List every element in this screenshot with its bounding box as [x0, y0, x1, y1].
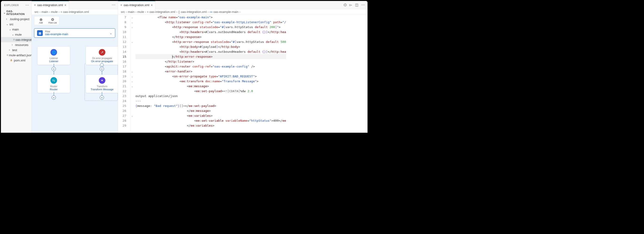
- explorer-more-icon[interactable]: ⋯: [25, 4, 29, 6]
- breadcrumb-item[interactable]: oas-example-main: [213, 10, 238, 13]
- code-line[interactable]: </http:response>: [136, 34, 286, 39]
- node-router[interactable]: ⇆ Router Router: [37, 75, 70, 93]
- fold-toggle[interactable]: ⌄: [131, 25, 134, 29]
- json-icon: ≡: [6, 53, 8, 57]
- breadcrumb-item[interactable]: src: [121, 10, 125, 13]
- node-on-error[interactable]: ↗ On error propagate On error propagate: [86, 46, 118, 65]
- code-content[interactable]: <flow name="oas-example-main"> <http:lis…: [134, 15, 286, 133]
- breadcrumb[interactable]: src› main› mule› ≡ oas-integration.xml: [32, 9, 118, 15]
- breadcrumb-item[interactable]: src: [34, 10, 38, 13]
- flow-canvas[interactable]: ⊕ Add ⚙ Flow List ▦ Flow oas-example-mai…: [32, 15, 118, 133]
- code-line[interactable]: ---: [136, 98, 286, 103]
- tree-file[interactable]: ≡oas-integration.xml: [1, 37, 32, 42]
- explorer-title: EXPLORER: [4, 4, 19, 6]
- tab-label: oas-integration.xml: [124, 3, 150, 7]
- canvas-toolbar: ⊕ Add ⚙ Flow List: [34, 16, 60, 25]
- fold-toggle: [131, 98, 134, 103]
- breadcrumb-item[interactable]: oas-integration.xml: [63, 10, 89, 13]
- tree-folder[interactable]: ›test: [1, 47, 32, 52]
- run-icon[interactable]: ▻: [350, 3, 352, 7]
- add-node-button[interactable]: +: [100, 95, 104, 100]
- code-line[interactable]: <http:error-response statusCode="#[vars.…: [136, 39, 286, 44]
- error-icon: ↗: [99, 49, 106, 56]
- fold-toggle[interactable]: ⌄: [131, 84, 134, 89]
- fold-toggle[interactable]: ⌄: [131, 39, 134, 44]
- node-listener[interactable]: 🌐 Listener Listener: [37, 46, 70, 65]
- file-icon: ≡: [60, 10, 62, 13]
- code-line[interactable]: <http:listener config-ref="oas-example-h…: [136, 20, 286, 25]
- project-root[interactable]: ⌄ OAS-INTEGRATION: [1, 9, 32, 16]
- tree-folder[interactable]: ⌄main: [1, 27, 32, 32]
- code-line[interactable]: <on-error-propagate type="APIKIT:BAD_REQ…: [136, 74, 286, 79]
- tab-oas-integration[interactable]: ≡ oas-integration.xml ×: [118, 1, 155, 9]
- hierarchy-icon[interactable]: ⌬: [344, 3, 347, 7]
- app-frame: EXPLORER ⋯ ⌄ OAS-INTEGRATION ›.tooling-p…: [1, 1, 368, 133]
- close-icon[interactable]: ×: [151, 3, 152, 7]
- breadcrumb-item[interactable]: main: [128, 10, 134, 13]
- fold-toggle: [131, 118, 134, 123]
- tab-oas-integration[interactable]: ≡ oas-integration.xml ×: [32, 1, 69, 9]
- add-node-button[interactable]: +: [100, 67, 104, 71]
- flow-list-button[interactable]: ⚙ Flow List: [48, 17, 58, 24]
- code-line[interactable]: </http:error-response>: [136, 54, 286, 59]
- xml-icon: ⋔: [10, 59, 13, 62]
- tree-file[interactable]: ≡mule-artifact.json: [1, 52, 32, 58]
- fold-toggle[interactable]: ⌄: [131, 79, 134, 84]
- expand-button[interactable]: ⌄: [100, 63, 104, 67]
- code-line[interactable]: <ee:set-payload><![CDATA[%dw 2.0: [136, 89, 286, 94]
- fold-toggle[interactable]: ⌄: [131, 20, 134, 25]
- close-icon[interactable]: ×: [64, 3, 66, 7]
- split-editor-icon[interactable]: ◫: [355, 3, 358, 7]
- code-line[interactable]: </http:listener>: [136, 59, 286, 64]
- tree-folder[interactable]: ›.tooling-project: [1, 16, 32, 21]
- file-icon: ≡: [147, 10, 148, 13]
- tree-file[interactable]: ⋔pom.xml: [1, 58, 32, 63]
- breadcrumb-item[interactable]: mule: [137, 10, 144, 13]
- breadcrumb[interactable]: src› main› mule› ≡ oas-integration.xml› …: [118, 9, 367, 15]
- add-node-button[interactable]: +: [52, 95, 56, 100]
- code-line[interactable]: <flow name="oas-example-main">: [136, 15, 286, 20]
- breadcrumb-item[interactable]: mule: [51, 10, 58, 13]
- file-icon: ≡: [120, 3, 122, 7]
- code-line[interactable]: <http:headers>#[vars.outboundHeaders def…: [136, 49, 286, 54]
- code-line[interactable]: <ee:set-variable variableName="httpStatu…: [136, 118, 286, 123]
- code-line[interactable]: <http:body>#[payload]</http:body>: [136, 44, 286, 49]
- breadcrumb-item[interactable]: oas-integration.xml: [150, 10, 175, 13]
- code-line[interactable]: <apikit:router config-ref="oas-example-c…: [136, 64, 286, 69]
- add-button[interactable]: ⊕ Add: [36, 17, 46, 24]
- code-line[interactable]: <http:headers>#[vars.outboundHeaders def…: [136, 29, 286, 34]
- code-line[interactable]: <ee:message>: [136, 84, 286, 89]
- code-line[interactable]: {message: "Bad request"}]]></ee:set-payl…: [136, 103, 286, 108]
- code-line[interactable]: <error-handler>: [136, 69, 286, 74]
- code-line[interactable]: <ee:transform doc:name="Transform Messag…: [136, 79, 286, 84]
- add-node-button[interactable]: +: [52, 67, 56, 71]
- tree-folder[interactable]: ›resources: [1, 42, 32, 47]
- breadcrumb-item[interactable]: main: [42, 10, 48, 13]
- fold-toggle: [131, 44, 134, 49]
- fold-toggle[interactable]: ⌄: [131, 69, 134, 74]
- code-line[interactable]: </ee:message>: [136, 108, 286, 113]
- fold-toggle[interactable]: ⌄: [131, 15, 134, 20]
- tree-label: src: [10, 22, 14, 26]
- breadcrumb-item[interactable]: oas-integration.xml: [181, 10, 207, 13]
- node-transform[interactable]: ✦ Transform Transform Message: [86, 75, 118, 93]
- code-line[interactable]: <http:response statusCode="#[vars.httpSt…: [136, 25, 286, 29]
- editor-group-code: ≡ oas-integration.xml × ⌬ ▻ ◫ ⋯ src› mai…: [118, 1, 368, 133]
- code-line[interactable]: </ee:variables>: [136, 123, 286, 128]
- code-editor[interactable]: 7891011121314151617181920212223242526272…: [118, 15, 367, 133]
- tab-more-icon[interactable]: ⋯: [112, 4, 116, 6]
- fold-toggle[interactable]: ⌄: [131, 113, 134, 118]
- tree-folder[interactable]: ⌄mule: [1, 32, 32, 37]
- fold-toggle: [131, 89, 134, 94]
- code-line[interactable]: output application/json: [136, 94, 286, 98]
- tab-more-icon[interactable]: ⋯: [361, 4, 365, 6]
- file-icon: ≡: [34, 3, 36, 7]
- flow-icon: ⊶: [210, 10, 212, 13]
- fold-toggle: [131, 49, 134, 54]
- fold-toggle[interactable]: ⌄: [131, 74, 134, 79]
- flow-selector[interactable]: ▦ Flow oas-example-main ⌄: [34, 28, 115, 38]
- chevron-icon: ⌄: [6, 22, 9, 26]
- tab-label: oas-integration.xml: [37, 3, 63, 7]
- code-line[interactable]: <ee:variables>: [136, 113, 286, 118]
- tree-folder[interactable]: ⌄src: [1, 21, 32, 27]
